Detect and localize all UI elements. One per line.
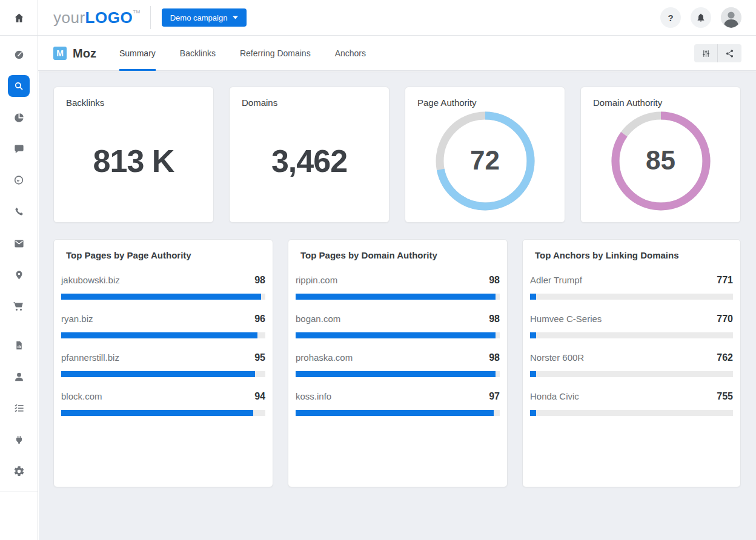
item-label: koss.info bbox=[296, 391, 331, 401]
list-item: Humvee C-Series 770 bbox=[530, 314, 733, 338]
gauge-card-title: Page Authority bbox=[417, 97, 552, 108]
person-icon bbox=[13, 371, 25, 383]
sidebar-item-reports[interactable] bbox=[0, 329, 38, 361]
item-value: 95 bbox=[254, 352, 265, 363]
sidebar-item-ads[interactable] bbox=[0, 165, 38, 196]
item-value: 96 bbox=[254, 314, 265, 324]
chevron-down-icon bbox=[233, 16, 238, 19]
ads-click-icon bbox=[13, 174, 25, 186]
tab-referring-domains[interactable]: Referring Domains bbox=[240, 36, 311, 71]
sidebar-item-ecommerce[interactable] bbox=[0, 291, 38, 322]
item-value: 97 bbox=[489, 391, 500, 402]
filter-button[interactable] bbox=[694, 44, 718, 62]
item-label: Honda Civic bbox=[530, 391, 579, 401]
list-card-title: Top Pages by Domain Authority bbox=[300, 250, 500, 260]
bell-icon bbox=[696, 13, 706, 22]
item-label: Adler Trumpf bbox=[530, 275, 582, 285]
item-value: 755 bbox=[717, 391, 733, 402]
item-value: 771 bbox=[717, 275, 733, 286]
item-value: 762 bbox=[717, 352, 733, 363]
bar-fill bbox=[530, 410, 536, 416]
bar-track bbox=[296, 332, 500, 338]
sidebar-item-contacts[interactable] bbox=[0, 361, 38, 392]
list-item: prohaska.com 98 bbox=[296, 352, 500, 377]
main-content: Backlinks 813 K Domains 3,462 Page Autho… bbox=[39, 71, 756, 540]
list-item: koss.info 97 bbox=[296, 391, 500, 416]
header-actions: ? bbox=[660, 7, 756, 28]
stat-card-title: Domains bbox=[242, 97, 377, 108]
item-value: 98 bbox=[254, 275, 265, 286]
bar-fill bbox=[61, 410, 253, 416]
gauge-card-page-authority: Page Authority 72 bbox=[405, 87, 565, 223]
sidebar-item-home[interactable] bbox=[0, 0, 38, 36]
item-label: Norster 600R bbox=[530, 352, 584, 363]
bar-track bbox=[61, 371, 265, 377]
list-card-top-pages-domain-authority: Top Pages by Domain Authority rippin.com… bbox=[288, 239, 508, 487]
user-avatar[interactable] bbox=[721, 7, 741, 28]
sidebar-item-calls[interactable] bbox=[0, 196, 38, 228]
plug-icon bbox=[14, 434, 24, 446]
list-item: pfannerstill.biz 95 bbox=[61, 352, 265, 377]
checklist-icon bbox=[13, 403, 25, 414]
gauge-card-domain-authority: Domain Authority 85 bbox=[580, 87, 741, 223]
sidebar-item-email[interactable] bbox=[0, 228, 38, 259]
settings-gear-icon bbox=[13, 466, 25, 477]
item-label: ryan.biz bbox=[61, 314, 93, 324]
bar-track bbox=[530, 332, 733, 338]
search-icon bbox=[8, 75, 30, 97]
stat-card-value: 3,462 bbox=[242, 108, 377, 214]
gauge-value: 72 bbox=[417, 145, 552, 176]
help-button[interactable]: ? bbox=[660, 7, 681, 28]
bar-track bbox=[296, 371, 500, 377]
sidebar-item-local[interactable] bbox=[0, 259, 38, 291]
item-label: block.com bbox=[61, 391, 102, 401]
notifications-button[interactable] bbox=[691, 7, 711, 28]
sidebar-item-integrations[interactable] bbox=[0, 424, 38, 455]
bar-fill bbox=[296, 410, 494, 416]
domain-authority-donut: 85 bbox=[593, 108, 728, 214]
bar-track bbox=[530, 371, 733, 377]
sidebar-item-analytics[interactable] bbox=[0, 102, 38, 133]
sidebar-item-dashboard[interactable] bbox=[0, 39, 38, 70]
page-authority-donut: 72 bbox=[417, 108, 552, 214]
stat-card-value: 813 K bbox=[66, 108, 201, 214]
sliders-filter-icon bbox=[701, 49, 711, 58]
stat-card-title: Backlinks bbox=[66, 97, 201, 108]
list-item: rippin.com 98 bbox=[296, 275, 500, 300]
bar-fill bbox=[61, 371, 255, 377]
item-label: bogan.com bbox=[296, 314, 340, 324]
tab-anchors[interactable]: Anchors bbox=[335, 36, 366, 71]
list-item: Adler Trumpf 771 bbox=[530, 275, 733, 300]
sidebar-item-social[interactable] bbox=[0, 133, 38, 165]
brand-logo: your LOGO TM bbox=[53, 8, 141, 27]
tab-backlinks[interactable]: Backlinks bbox=[180, 36, 216, 71]
share-icon bbox=[725, 49, 734, 58]
bar-fill bbox=[296, 332, 496, 338]
home-icon bbox=[13, 12, 25, 24]
sidebar-item-tasks[interactable] bbox=[0, 392, 38, 424]
sidebar-item-settings[interactable] bbox=[0, 455, 38, 487]
bar-fill bbox=[530, 371, 536, 377]
report-icon bbox=[14, 340, 24, 351]
report-actions bbox=[694, 44, 741, 62]
sidebar-nav bbox=[0, 36, 38, 492]
report-tabs: Summary Backlinks Referring Domains Anch… bbox=[119, 36, 390, 71]
item-value: 770 bbox=[717, 314, 733, 324]
tab-summary[interactable]: Summary bbox=[119, 36, 156, 71]
stats-row: Backlinks 813 K Domains 3,462 Page Autho… bbox=[53, 87, 741, 223]
sidebar-item-search[interactable] bbox=[0, 70, 38, 102]
item-value: 98 bbox=[489, 314, 500, 324]
question-mark-icon: ? bbox=[668, 13, 673, 23]
bar-fill bbox=[296, 294, 496, 300]
item-label: jakubowski.biz bbox=[61, 275, 120, 285]
bar-fill bbox=[61, 332, 257, 338]
list-card-title: Top Anchors by Linking Domains bbox=[535, 250, 733, 260]
stat-card-domains: Domains 3,462 bbox=[229, 87, 390, 223]
pie-chart-icon bbox=[13, 112, 25, 123]
share-button[interactable] bbox=[718, 44, 741, 62]
dashboard-gauge-icon bbox=[13, 49, 25, 61]
cart-icon bbox=[13, 300, 25, 312]
campaign-selector-button[interactable]: Demo campaign bbox=[162, 8, 247, 27]
sidebar bbox=[0, 0, 38, 540]
bar-track bbox=[61, 410, 265, 416]
